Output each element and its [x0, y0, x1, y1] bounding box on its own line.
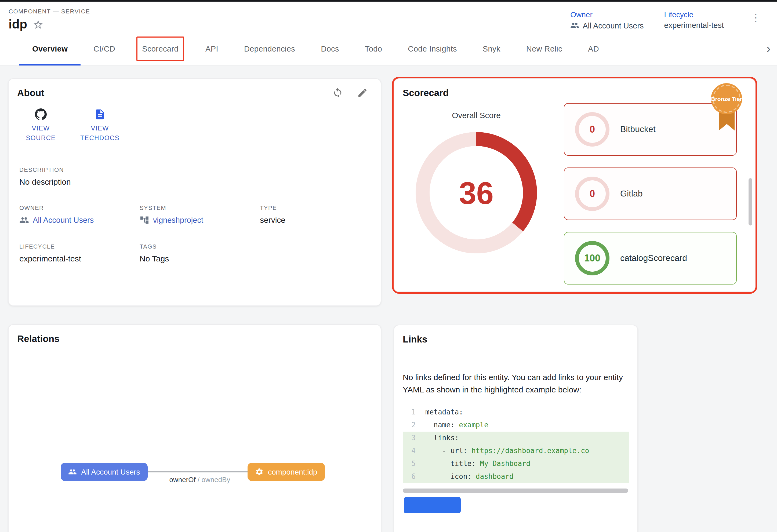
relation-node-component[interactable]: component:idp — [247, 463, 325, 481]
scorecard-title: Scorecard — [403, 88, 755, 99]
add-links-button[interactable] — [404, 497, 461, 513]
relation-edge-label: ownerOf / ownedBy — [151, 476, 248, 484]
line-number: 2 — [403, 418, 416, 431]
overall-score-value: 36 — [412, 128, 541, 257]
about-owner-value: All Account Users — [33, 216, 94, 224]
type-label: TYPE — [260, 205, 372, 211]
system-label: SYSTEM — [140, 205, 260, 211]
lifecycle-value: experimental-test — [664, 21, 724, 29]
about-system-link[interactable]: vigneshproject — [140, 215, 260, 225]
lifecycle-link[interactable]: Lifecycle — [664, 10, 724, 19]
score-name: catalogScorecard — [620, 253, 687, 263]
code-key: icon: — [425, 472, 476, 480]
code-value: My Dashboard — [480, 459, 531, 467]
about-card: About VIEW SOURCE VIEW TECHDOCS — [8, 79, 381, 306]
tab-scorecard-label: Scorecard — [142, 44, 179, 53]
scrollbar-horizontal[interactable] — [403, 488, 628, 493]
scorecard-item-catalogscorecard[interactable]: 100 catalogScorecard — [564, 232, 737, 284]
links-card: Links No links defined for this entity. … — [394, 325, 638, 532]
code-line: 2 name: example — [403, 418, 629, 431]
score-badge: 0 — [575, 112, 609, 147]
relations-graph: ownerOf / ownedBy All Account Users comp… — [17, 350, 372, 532]
relation-node-component-label: component:idp — [268, 468, 317, 476]
tab-cicd-label: CI/CD — [93, 44, 115, 53]
overall-score-label: Overall Score — [452, 111, 501, 120]
score-badge: 0 — [575, 177, 609, 211]
view-techdocs-label: VIEW TECHDOCS — [77, 123, 122, 143]
chevron-right-icon[interactable]: › — [764, 32, 773, 65]
header-lifecycle-group: Lifecycle experimental-test — [664, 10, 724, 29]
line-number: 6 — [403, 470, 416, 483]
view-source-button[interactable]: VIEW SOURCE — [24, 109, 58, 143]
code-value: dashboard — [476, 472, 514, 480]
line-number: 1 — [403, 406, 416, 418]
tab-snyk-label: Snyk — [483, 44, 501, 53]
relations-card: Relations ownerOf / ownedBy All Account … — [8, 324, 381, 532]
tab-ad-clipped[interactable]: AD — [575, 32, 612, 65]
gear-icon — [255, 468, 264, 476]
tab-new-relic[interactable]: New Relic — [513, 32, 575, 65]
tab-cicd[interactable]: CI/CD — [81, 32, 128, 65]
about-owner-link[interactable]: All Account Users — [19, 215, 140, 225]
tier-badge-label: Bronze Tier — [711, 95, 742, 102]
about-lifecycle-value: experimental-test — [19, 254, 140, 263]
people-icon — [570, 21, 579, 30]
edit-icon[interactable] — [357, 88, 368, 98]
code-line-highlighted: 4 - url: https://dashboard.example.co — [403, 444, 629, 457]
links-empty-text: No links defined for this entity. You ca… — [403, 371, 628, 396]
score-value: 0 — [589, 188, 595, 200]
yaml-example-code: 1 metadata: 2 name: example 3 links: 4 -… — [403, 406, 629, 483]
line-number: 5 — [403, 457, 416, 470]
tab-code-insights-label: Code Insights — [408, 44, 457, 53]
tab-dependencies[interactable]: Dependencies — [231, 32, 308, 65]
code-line-highlighted: 6 icon: dashboard — [403, 470, 629, 483]
scorecard-item-gitlab[interactable]: 0 Gitlab — [564, 167, 737, 220]
owner-value[interactable]: All Account Users — [583, 21, 644, 30]
techdocs-icon — [94, 109, 106, 120]
tags-label: TAGS — [140, 243, 260, 250]
tab-scorecard[interactable]: Scorecard — [128, 32, 193, 65]
tab-ad-label: AD — [588, 44, 599, 53]
code-key: - url: — [425, 446, 471, 454]
tab-todo[interactable]: Todo — [352, 32, 395, 65]
tab-code-insights[interactable]: Code Insights — [395, 32, 470, 65]
edge-label-ownerof: ownerOf — [170, 476, 196, 484]
overall-score-donut: 36 — [412, 128, 541, 257]
score-badge: 100 — [575, 241, 609, 275]
tab-docs[interactable]: Docs — [308, 32, 352, 65]
more-options-button[interactable]: ⋮ — [748, 10, 764, 25]
github-icon — [35, 109, 47, 120]
code-value: https://dashboard.example.co — [471, 446, 589, 454]
annotation-highlight-box: Scorecard — [136, 36, 185, 61]
relations-title: Relations — [17, 334, 372, 345]
tab-api[interactable]: API — [193, 32, 231, 65]
score-name: Bitbucket — [620, 125, 656, 134]
system-tree-icon — [140, 215, 149, 225]
star-icon[interactable] — [32, 19, 43, 30]
description-label: DESCRIPTION — [19, 166, 372, 173]
owner-link[interactable]: Owner — [570, 10, 644, 19]
people-icon — [19, 215, 29, 225]
app-root: COMPONENT — SERVICE idp Owner All Accoun… — [0, 0, 777, 532]
line-number: 4 — [403, 444, 416, 457]
code-key: title: — [425, 459, 480, 467]
about-title: About — [17, 88, 44, 99]
tab-overview-label: Overview — [32, 44, 68, 53]
tags-value: No Tags — [140, 254, 260, 263]
code-key: name: — [425, 421, 459, 429]
scorecard-list: 0 Bitbucket 0 Gitlab 100 catalogScorecar… — [564, 103, 737, 284]
bronze-tier-badge: Bronze Tier — [711, 83, 742, 114]
score-value: 0 — [589, 124, 595, 135]
edge-label-ownedby: / ownedBy — [198, 476, 230, 484]
refresh-icon[interactable] — [332, 88, 343, 98]
tab-overview[interactable]: Overview — [19, 32, 81, 65]
code-line-highlighted: 3 links: — [403, 431, 629, 444]
owner-label: OWNER — [19, 205, 140, 211]
tab-dependencies-label: Dependencies — [244, 44, 295, 53]
tab-snyk[interactable]: Snyk — [470, 32, 513, 65]
entity-header: COMPONENT — SERVICE idp Owner All Accoun… — [0, 2, 777, 32]
view-techdocs-button[interactable]: VIEW TECHDOCS — [77, 109, 122, 143]
relation-node-owner[interactable]: All Account Users — [61, 463, 147, 481]
page-title: idp — [9, 17, 27, 32]
scrollbar-vertical[interactable] — [749, 178, 752, 226]
